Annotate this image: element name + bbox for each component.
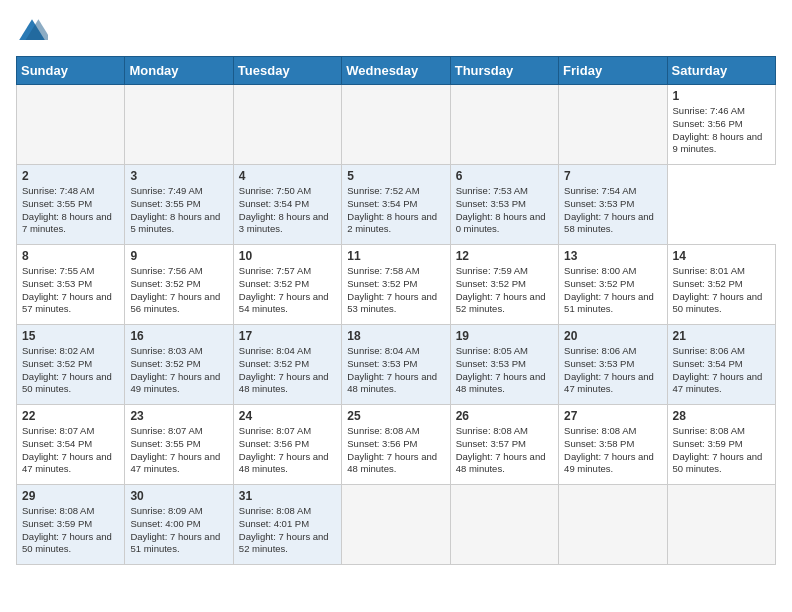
day-cell-17: 17Sunrise: 8:04 AMSunset: 3:52 PMDayligh… bbox=[233, 325, 341, 405]
empty-cell bbox=[125, 85, 233, 165]
empty-cell bbox=[667, 485, 775, 565]
day-number: 24 bbox=[239, 409, 336, 423]
day-number: 31 bbox=[239, 489, 336, 503]
day-cell-2: 2Sunrise: 7:48 AMSunset: 3:55 PMDaylight… bbox=[17, 165, 125, 245]
day-cell-10: 10Sunrise: 7:57 AMSunset: 3:52 PMDayligh… bbox=[233, 245, 341, 325]
column-header-saturday: Saturday bbox=[667, 57, 775, 85]
day-cell-5: 5Sunrise: 7:52 AMSunset: 3:54 PMDaylight… bbox=[342, 165, 450, 245]
day-info: Sunrise: 8:01 AMSunset: 3:52 PMDaylight:… bbox=[673, 265, 763, 314]
calendar-table: SundayMondayTuesdayWednesdayThursdayFrid… bbox=[16, 56, 776, 565]
day-number: 12 bbox=[456, 249, 553, 263]
day-number: 30 bbox=[130, 489, 227, 503]
day-cell-4: 4Sunrise: 7:50 AMSunset: 3:54 PMDaylight… bbox=[233, 165, 341, 245]
day-cell-30: 30Sunrise: 8:09 AMSunset: 4:00 PMDayligh… bbox=[125, 485, 233, 565]
header-row: SundayMondayTuesdayWednesdayThursdayFrid… bbox=[17, 57, 776, 85]
logo-icon bbox=[16, 16, 48, 48]
column-header-wednesday: Wednesday bbox=[342, 57, 450, 85]
day-info: Sunrise: 8:08 AMSunset: 3:56 PMDaylight:… bbox=[347, 425, 437, 474]
day-number: 26 bbox=[456, 409, 553, 423]
day-number: 2 bbox=[22, 169, 119, 183]
day-cell-21: 21Sunrise: 8:06 AMSunset: 3:54 PMDayligh… bbox=[667, 325, 775, 405]
day-cell-28: 28Sunrise: 8:08 AMSunset: 3:59 PMDayligh… bbox=[667, 405, 775, 485]
day-info: Sunrise: 8:07 AMSunset: 3:54 PMDaylight:… bbox=[22, 425, 112, 474]
day-number: 22 bbox=[22, 409, 119, 423]
empty-cell bbox=[450, 485, 558, 565]
day-number: 13 bbox=[564, 249, 661, 263]
week-row-6: 29Sunrise: 8:08 AMSunset: 3:59 PMDayligh… bbox=[17, 485, 776, 565]
empty-cell bbox=[233, 85, 341, 165]
day-cell-1: 1Sunrise: 7:46 AMSunset: 3:56 PMDaylight… bbox=[667, 85, 775, 165]
day-number: 8 bbox=[22, 249, 119, 263]
day-number: 23 bbox=[130, 409, 227, 423]
empty-cell bbox=[559, 85, 667, 165]
day-number: 7 bbox=[564, 169, 661, 183]
day-info: Sunrise: 7:56 AMSunset: 3:52 PMDaylight:… bbox=[130, 265, 220, 314]
day-cell-25: 25Sunrise: 8:08 AMSunset: 3:56 PMDayligh… bbox=[342, 405, 450, 485]
column-header-friday: Friday bbox=[559, 57, 667, 85]
week-row-3: 8Sunrise: 7:55 AMSunset: 3:53 PMDaylight… bbox=[17, 245, 776, 325]
day-info: Sunrise: 8:06 AMSunset: 3:54 PMDaylight:… bbox=[673, 345, 763, 394]
day-info: Sunrise: 8:08 AMSunset: 3:57 PMDaylight:… bbox=[456, 425, 546, 474]
day-number: 4 bbox=[239, 169, 336, 183]
day-number: 18 bbox=[347, 329, 444, 343]
day-info: Sunrise: 7:50 AMSunset: 3:54 PMDaylight:… bbox=[239, 185, 329, 234]
day-number: 25 bbox=[347, 409, 444, 423]
column-header-monday: Monday bbox=[125, 57, 233, 85]
week-row-5: 22Sunrise: 8:07 AMSunset: 3:54 PMDayligh… bbox=[17, 405, 776, 485]
day-cell-18: 18Sunrise: 8:04 AMSunset: 3:53 PMDayligh… bbox=[342, 325, 450, 405]
day-number: 3 bbox=[130, 169, 227, 183]
day-number: 15 bbox=[22, 329, 119, 343]
day-cell-8: 8Sunrise: 7:55 AMSunset: 3:53 PMDaylight… bbox=[17, 245, 125, 325]
day-cell-9: 9Sunrise: 7:56 AMSunset: 3:52 PMDaylight… bbox=[125, 245, 233, 325]
day-cell-6: 6Sunrise: 7:53 AMSunset: 3:53 PMDaylight… bbox=[450, 165, 558, 245]
day-info: Sunrise: 8:04 AMSunset: 3:53 PMDaylight:… bbox=[347, 345, 437, 394]
day-number: 14 bbox=[673, 249, 770, 263]
column-header-tuesday: Tuesday bbox=[233, 57, 341, 85]
day-info: Sunrise: 8:04 AMSunset: 3:52 PMDaylight:… bbox=[239, 345, 329, 394]
day-number: 21 bbox=[673, 329, 770, 343]
day-number: 28 bbox=[673, 409, 770, 423]
logo bbox=[16, 16, 52, 48]
day-cell-27: 27Sunrise: 8:08 AMSunset: 3:58 PMDayligh… bbox=[559, 405, 667, 485]
day-info: Sunrise: 7:52 AMSunset: 3:54 PMDaylight:… bbox=[347, 185, 437, 234]
day-cell-11: 11Sunrise: 7:58 AMSunset: 3:52 PMDayligh… bbox=[342, 245, 450, 325]
day-info: Sunrise: 8:08 AMSunset: 4:01 PMDaylight:… bbox=[239, 505, 329, 554]
header bbox=[16, 16, 776, 48]
day-cell-19: 19Sunrise: 8:05 AMSunset: 3:53 PMDayligh… bbox=[450, 325, 558, 405]
day-cell-12: 12Sunrise: 7:59 AMSunset: 3:52 PMDayligh… bbox=[450, 245, 558, 325]
day-info: Sunrise: 7:57 AMSunset: 3:52 PMDaylight:… bbox=[239, 265, 329, 314]
day-info: Sunrise: 7:55 AMSunset: 3:53 PMDaylight:… bbox=[22, 265, 112, 314]
day-info: Sunrise: 8:05 AMSunset: 3:53 PMDaylight:… bbox=[456, 345, 546, 394]
day-info: Sunrise: 7:54 AMSunset: 3:53 PMDaylight:… bbox=[564, 185, 654, 234]
day-number: 29 bbox=[22, 489, 119, 503]
day-info: Sunrise: 7:59 AMSunset: 3:52 PMDaylight:… bbox=[456, 265, 546, 314]
day-number: 1 bbox=[673, 89, 770, 103]
day-number: 17 bbox=[239, 329, 336, 343]
day-info: Sunrise: 7:49 AMSunset: 3:55 PMDaylight:… bbox=[130, 185, 220, 234]
day-cell-29: 29Sunrise: 8:08 AMSunset: 3:59 PMDayligh… bbox=[17, 485, 125, 565]
week-row-1: 1Sunrise: 7:46 AMSunset: 3:56 PMDaylight… bbox=[17, 85, 776, 165]
day-number: 19 bbox=[456, 329, 553, 343]
day-cell-31: 31Sunrise: 8:08 AMSunset: 4:01 PMDayligh… bbox=[233, 485, 341, 565]
day-number: 11 bbox=[347, 249, 444, 263]
day-number: 10 bbox=[239, 249, 336, 263]
week-row-2: 2Sunrise: 7:48 AMSunset: 3:55 PMDaylight… bbox=[17, 165, 776, 245]
empty-cell bbox=[342, 485, 450, 565]
day-cell-13: 13Sunrise: 8:00 AMSunset: 3:52 PMDayligh… bbox=[559, 245, 667, 325]
day-number: 6 bbox=[456, 169, 553, 183]
day-cell-15: 15Sunrise: 8:02 AMSunset: 3:52 PMDayligh… bbox=[17, 325, 125, 405]
day-cell-20: 20Sunrise: 8:06 AMSunset: 3:53 PMDayligh… bbox=[559, 325, 667, 405]
day-number: 9 bbox=[130, 249, 227, 263]
empty-cell bbox=[342, 85, 450, 165]
day-cell-16: 16Sunrise: 8:03 AMSunset: 3:52 PMDayligh… bbox=[125, 325, 233, 405]
day-info: Sunrise: 8:07 AMSunset: 3:55 PMDaylight:… bbox=[130, 425, 220, 474]
day-info: Sunrise: 7:48 AMSunset: 3:55 PMDaylight:… bbox=[22, 185, 112, 234]
day-info: Sunrise: 8:09 AMSunset: 4:00 PMDaylight:… bbox=[130, 505, 220, 554]
day-cell-23: 23Sunrise: 8:07 AMSunset: 3:55 PMDayligh… bbox=[125, 405, 233, 485]
day-cell-14: 14Sunrise: 8:01 AMSunset: 3:52 PMDayligh… bbox=[667, 245, 775, 325]
day-cell-3: 3Sunrise: 7:49 AMSunset: 3:55 PMDaylight… bbox=[125, 165, 233, 245]
day-number: 20 bbox=[564, 329, 661, 343]
day-info: Sunrise: 7:58 AMSunset: 3:52 PMDaylight:… bbox=[347, 265, 437, 314]
empty-cell bbox=[559, 485, 667, 565]
day-info: Sunrise: 8:03 AMSunset: 3:52 PMDaylight:… bbox=[130, 345, 220, 394]
